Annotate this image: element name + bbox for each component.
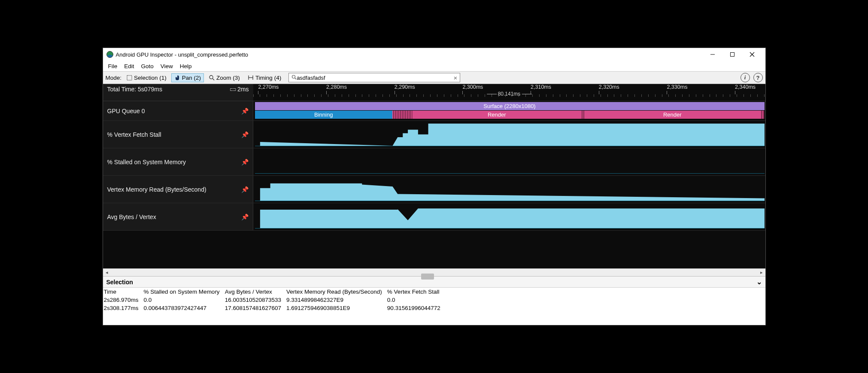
column-header[interactable]: % Vertex Fetch Stall — [386, 288, 445, 296]
column-header[interactable]: Vertex Memory Read (Bytes/Second) — [285, 288, 386, 296]
minimize-button[interactable] — [703, 48, 722, 60]
tick: 2,270ms — [258, 84, 279, 90]
pin-icon[interactable]: 📌 — [241, 108, 249, 114]
menu-goto[interactable]: Goto — [138, 62, 157, 70]
tick: 2,280ms — [326, 84, 347, 90]
svg-marker-16 — [255, 183, 765, 201]
menu-edit[interactable]: Edit — [121, 62, 137, 70]
maximize-button[interactable] — [722, 48, 742, 60]
gpu-segment[interactable]: Render — [413, 111, 581, 119]
title-bar[interactable]: Android GPU Inspector - unsplit_compress… — [103, 48, 765, 61]
tick: 2,290ms — [395, 84, 415, 90]
scroll-left-icon[interactable]: ◂ — [103, 270, 111, 275]
svg-rect-1 — [730, 53, 734, 57]
track-vertex-fetch-stall[interactable]: % Vertex Fetch Stall📌 — [103, 121, 765, 148]
search-box[interactable]: × — [288, 73, 460, 82]
timing-icon — [248, 75, 254, 81]
hand-icon — [174, 75, 180, 81]
selection-header[interactable]: Selection ⌄ — [103, 277, 765, 288]
pin-icon[interactable]: 📌 — [241, 159, 249, 165]
track-gpu-queue[interactable]: GPU Queue 0 📌 Surface (2280x1080) Binnin… — [103, 101, 765, 121]
total-time-label: Total Time: 5s079ms — [107, 86, 162, 93]
surface-bar[interactable]: Surface (2280x1080) — [255, 102, 765, 110]
mode-label: Mode: — [106, 75, 122, 81]
tick: 2,340ms — [735, 84, 756, 90]
svg-marker-18 — [255, 208, 765, 229]
gpu-segment[interactable] — [581, 111, 584, 119]
chart-ssm[interactable] — [255, 150, 765, 174]
menu-view[interactable]: View — [157, 62, 176, 70]
scroll-thumb[interactable] — [421, 274, 434, 280]
close-button[interactable] — [742, 48, 762, 60]
column-header[interactable]: Avg Bytes / Vertex — [224, 288, 285, 296]
track-label: Avg Bytes / Vertex — [107, 214, 156, 220]
selection-table[interactable]: Time% Stalled on System MemoryAvg Bytes … — [103, 288, 765, 312]
gpu-segment[interactable] — [760, 111, 764, 119]
track-label: % Vertex Fetch Stall — [107, 131, 161, 138]
help-button[interactable]: ? — [753, 73, 763, 82]
mode-selection[interactable]: Selection (1) — [123, 73, 170, 82]
track-label: GPU Queue 0 — [107, 108, 145, 114]
svg-rect-4 — [127, 75, 132, 80]
menu-help[interactable]: Help — [176, 62, 195, 70]
range-marker: —— 80.141ms —— — [487, 91, 531, 97]
track-stalled-sys-mem[interactable]: % Stalled on System Memory📌 — [103, 148, 765, 176]
track-label: Vertex Memory Read (Bytes/Second) — [107, 186, 206, 193]
tick: 2,330ms — [667, 84, 687, 90]
tick: 2,310ms — [531, 84, 551, 90]
column-header[interactable]: Time — [103, 288, 143, 296]
table-row[interactable]: 2s286.970ms0.016.0035105208735339.331489… — [103, 296, 445, 304]
svg-point-5 — [209, 75, 213, 79]
toolbar: Mode: Selection (1) Pan (2) Zoom (3) Tim… — [103, 71, 765, 84]
pin-icon[interactable]: 📌 — [241, 186, 249, 193]
pin-icon[interactable]: 📌 — [241, 214, 249, 220]
pin-icon[interactable]: 📌 — [241, 131, 249, 138]
selection-icon — [126, 75, 132, 81]
gpu-segment[interactable]: Render — [584, 111, 760, 119]
clear-search-icon[interactable]: × — [453, 74, 457, 81]
column-header[interactable]: % Stalled on System Memory — [143, 288, 224, 296]
svg-point-10 — [292, 75, 295, 78]
track-label: % Stalled on System Memory — [107, 159, 186, 165]
app-icon — [106, 51, 113, 58]
time-ruler[interactable]: Total Time: 5s079ms ⊏⊐2ms 2,270ms2,280ms… — [103, 84, 765, 101]
scroll-right-icon[interactable]: ▸ — [758, 270, 765, 275]
chart-abv[interactable] — [255, 205, 765, 229]
menu-bar: File Edit Goto View Help — [103, 61, 765, 71]
mode-timing[interactable]: Timing (4) — [245, 73, 284, 82]
tick: 2,320ms — [599, 84, 619, 90]
selection-panel: Selection ⌄ Time% Stalled on System Memo… — [103, 276, 765, 325]
window-title: Android GPU Inspector - unsplit_compress… — [116, 51, 249, 58]
search-icon — [291, 75, 297, 81]
svg-line-11 — [295, 78, 296, 79]
chart-vfs[interactable] — [255, 123, 765, 146]
gpu-segment[interactable]: Binning — [255, 111, 392, 119]
ruler-ticks[interactable]: 2,270ms2,280ms2,290ms2,300ms2,310ms2,320… — [253, 84, 765, 101]
track-avg-bytes-vertex[interactable]: Avg Bytes / Vertex📌 — [103, 203, 765, 231]
scale-label: 2ms — [237, 86, 249, 93]
gpu-segments[interactable]: BinningRenderRender — [255, 111, 765, 119]
app-window: Android GPU Inspector - unsplit_compress… — [103, 48, 766, 325]
mode-pan[interactable]: Pan (2) — [171, 73, 204, 82]
table-row[interactable]: 2s308.177ms0.00644378397242744717.608157… — [103, 304, 445, 312]
svg-line-6 — [212, 78, 214, 80]
zoom-icon — [209, 75, 215, 81]
gpu-segment[interactable] — [392, 111, 413, 119]
chevron-down-icon[interactable]: ⌄ — [756, 278, 762, 286]
track-vertex-mem-read[interactable]: Vertex Memory Read (Bytes/Second)📌 — [103, 176, 765, 203]
svg-marker-12 — [255, 123, 765, 146]
menu-file[interactable]: File — [105, 62, 121, 70]
mode-zoom[interactable]: Zoom (3) — [206, 73, 243, 82]
tick: 2,300ms — [462, 84, 483, 90]
info-button[interactable]: i — [741, 73, 750, 82]
horizontal-scrollbar[interactable]: ◂ ▸ — [103, 268, 765, 276]
timeline-view[interactable]: Total Time: 5s079ms ⊏⊐2ms 2,270ms2,280ms… — [103, 84, 765, 268]
chart-vmr[interactable] — [255, 177, 765, 201]
search-input[interactable] — [297, 75, 453, 81]
